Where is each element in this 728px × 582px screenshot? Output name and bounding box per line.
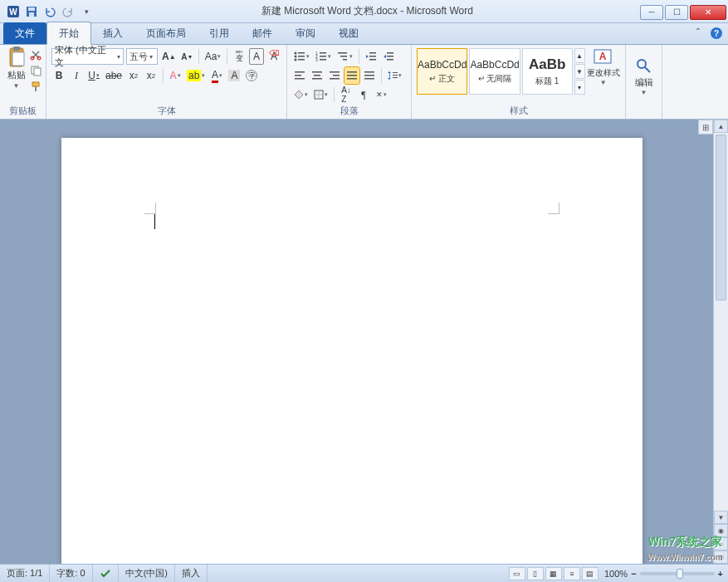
font-color-icon[interactable]: A▾ bbox=[209, 67, 224, 84]
view-full-screen-icon[interactable]: ▯ bbox=[527, 567, 544, 580]
increase-indent-icon[interactable] bbox=[381, 48, 396, 65]
gallery-down-icon[interactable]: ▼ bbox=[574, 64, 585, 79]
prev-page-icon[interactable]: ◉ bbox=[714, 524, 728, 537]
maximize-button[interactable]: ☐ bbox=[665, 5, 688, 20]
status-words[interactable]: 字数: 0 bbox=[50, 565, 92, 582]
zoom-out-icon[interactable]: − bbox=[631, 569, 636, 579]
group-clipboard-label: 剪贴板 bbox=[3, 104, 42, 119]
find-icon[interactable] bbox=[633, 56, 655, 75]
align-left-icon[interactable] bbox=[292, 67, 307, 84]
svg-text:3: 3 bbox=[315, 57, 318, 61]
align-center-icon[interactable] bbox=[310, 67, 325, 84]
svg-rect-17 bbox=[298, 56, 305, 57]
gallery-more-icon[interactable]: ▾ bbox=[574, 80, 585, 95]
qat-customize-icon[interactable]: ▾ bbox=[78, 3, 95, 20]
file-tab[interactable]: 文件 bbox=[3, 22, 46, 44]
font-name-combo[interactable]: 宋体 (中文正文▾ bbox=[51, 48, 124, 65]
close-button[interactable]: ✕ bbox=[690, 5, 726, 20]
next-page-icon[interactable]: ◉ bbox=[714, 550, 728, 564]
view-print-layout-icon[interactable]: ▭ bbox=[509, 567, 525, 580]
zoom-slider[interactable] bbox=[640, 572, 715, 575]
text-effects-icon[interactable]: A▾ bbox=[168, 67, 183, 84]
style-heading-1[interactable]: AaBb 标题 1 bbox=[522, 48, 573, 95]
scroll-thumb[interactable] bbox=[716, 134, 726, 301]
italic-icon[interactable]: I bbox=[69, 67, 84, 84]
document-scroll[interactable]: ⊞ bbox=[0, 120, 713, 564]
superscript-icon[interactable]: x2 bbox=[144, 67, 159, 84]
change-case-icon[interactable]: Aa▾ bbox=[203, 48, 222, 65]
cut-icon[interactable] bbox=[29, 48, 42, 61]
numbering-icon[interactable]: 123▾ bbox=[314, 48, 333, 65]
word-app-icon[interactable]: W bbox=[5, 3, 22, 20]
tab-references[interactable]: 引用 bbox=[198, 22, 241, 44]
phonetic-guide-icon[interactable]: 变wén bbox=[232, 48, 247, 65]
status-page[interactable]: 页面: 1/1 bbox=[0, 565, 50, 582]
status-language[interactable]: 中文(中国) bbox=[119, 565, 175, 582]
shrink-font-icon[interactable]: A▼ bbox=[179, 48, 194, 65]
browse-object-icon[interactable]: ○ bbox=[714, 537, 728, 550]
minimize-button[interactable]: ─ bbox=[640, 5, 663, 20]
gallery-up-icon[interactable]: ▲ bbox=[574, 48, 585, 63]
highlight-icon[interactable]: ab▾ bbox=[185, 67, 207, 84]
view-outline-icon[interactable]: ≡ bbox=[564, 567, 580, 580]
scroll-up-icon[interactable]: ▲ bbox=[714, 120, 728, 133]
grow-font-icon[interactable]: A▲ bbox=[160, 48, 177, 65]
view-draft-icon[interactable]: ▤ bbox=[582, 567, 599, 580]
zoom-in-icon[interactable]: + bbox=[718, 569, 723, 579]
shading-icon[interactable]: ▾ bbox=[292, 86, 310, 103]
status-mode[interactable]: 插入 bbox=[175, 565, 208, 582]
undo-icon[interactable] bbox=[42, 3, 58, 20]
tab-mailings[interactable]: 邮件 bbox=[241, 22, 284, 44]
view-web-layout-icon[interactable]: ▦ bbox=[545, 567, 562, 580]
svg-rect-43 bbox=[330, 78, 340, 80]
bold-icon[interactable]: B bbox=[51, 67, 66, 84]
vertical-scrollbar[interactable]: ▲ ▼ ◉ ○ ◉ bbox=[713, 120, 728, 564]
paste-icon[interactable] bbox=[5, 46, 28, 68]
tab-page-layout[interactable]: 页面布局 bbox=[134, 22, 198, 44]
style-normal[interactable]: AaBbCcDd ↵ 正文 bbox=[417, 48, 467, 95]
asian-layout-icon[interactable]: ✕▾ bbox=[374, 86, 388, 103]
editing-label[interactable]: 编辑 bbox=[635, 76, 653, 89]
help-icon[interactable]: ? bbox=[710, 27, 723, 40]
tab-home[interactable]: 开始 bbox=[46, 22, 91, 45]
align-right-icon[interactable] bbox=[327, 67, 342, 84]
ruler-toggle-icon[interactable]: ⊞ bbox=[698, 120, 713, 134]
borders-icon[interactable]: ▾ bbox=[312, 86, 330, 103]
paste-dropdown-icon[interactable]: ▼ bbox=[13, 82, 20, 90]
subscript-icon[interactable]: x2 bbox=[126, 67, 141, 84]
quick-access-toolbar: W ▾ bbox=[0, 3, 95, 20]
tab-insert[interactable]: 插入 bbox=[91, 22, 134, 44]
character-border-icon[interactable]: A bbox=[249, 48, 264, 65]
zoom-level[interactable]: 100% bbox=[604, 569, 628, 579]
minimize-ribbon-icon[interactable]: ˆ bbox=[691, 27, 705, 40]
format-painter-icon[interactable] bbox=[29, 80, 42, 93]
multilevel-list-icon[interactable]: ▾ bbox=[335, 48, 354, 65]
zoom-thumb[interactable] bbox=[677, 569, 683, 579]
strikethrough-icon[interactable]: abe bbox=[104, 67, 124, 84]
change-styles-button[interactable]: A 更改样式 ▼ bbox=[587, 48, 620, 86]
justify-icon[interactable] bbox=[344, 67, 359, 84]
page[interactable] bbox=[61, 138, 642, 564]
decrease-indent-icon[interactable] bbox=[364, 48, 379, 65]
underline-icon[interactable]: U▾ bbox=[86, 67, 101, 84]
status-proofing-icon[interactable] bbox=[93, 565, 119, 582]
copy-icon[interactable] bbox=[29, 64, 42, 77]
paste-label[interactable]: 粘贴 bbox=[7, 69, 26, 81]
scroll-track[interactable] bbox=[714, 133, 728, 511]
tab-review[interactable]: 审阅 bbox=[284, 22, 327, 44]
bullets-icon[interactable]: ▾ bbox=[292, 48, 311, 65]
show-marks-icon[interactable]: ¶ bbox=[356, 86, 371, 103]
redo-icon[interactable] bbox=[60, 3, 76, 20]
style-no-spacing[interactable]: AaBbCcDd ↵ 无间隔 bbox=[469, 48, 520, 95]
font-size-combo[interactable]: 五号▾ bbox=[126, 48, 159, 65]
line-spacing-icon[interactable]: ▾ bbox=[386, 67, 403, 84]
enclose-characters-icon[interactable]: 字 bbox=[244, 67, 259, 84]
character-shading-icon[interactable]: A bbox=[227, 67, 242, 84]
save-icon[interactable] bbox=[23, 3, 40, 20]
sort-icon[interactable]: A↓Z bbox=[339, 86, 354, 103]
tab-view[interactable]: 视图 bbox=[327, 22, 370, 44]
clear-formatting-icon[interactable]: A⌫ bbox=[266, 48, 281, 65]
distributed-icon[interactable] bbox=[362, 67, 377, 84]
svg-rect-35 bbox=[295, 71, 305, 73]
scroll-down-icon[interactable]: ▼ bbox=[714, 511, 728, 524]
